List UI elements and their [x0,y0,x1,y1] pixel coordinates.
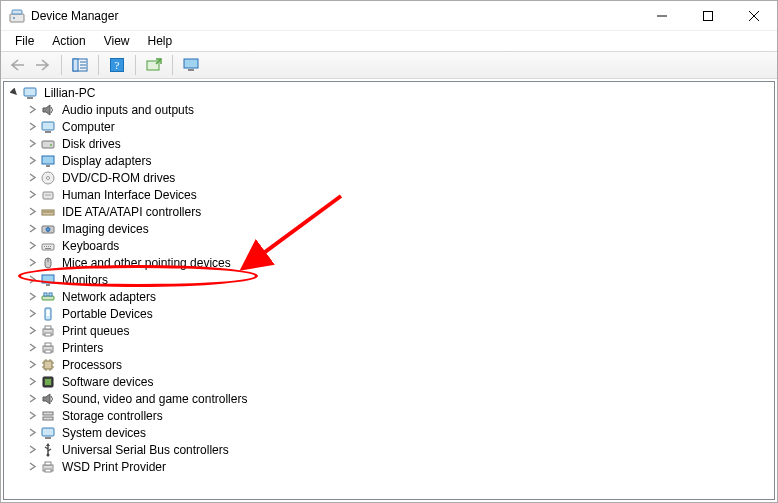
wsd-icon [40,459,56,475]
expand-collapse-icon[interactable] [26,325,38,337]
minimize-button[interactable] [639,1,685,31]
expand-collapse-icon[interactable] [26,444,38,456]
expand-collapse-icon[interactable] [26,376,38,388]
svg-rect-18 [27,97,33,99]
show-hide-tree-button[interactable] [68,54,92,76]
expand-collapse-icon[interactable] [26,172,38,184]
tree-item[interactable]: Audio inputs and outputs [4,101,774,118]
expand-collapse-icon[interactable] [26,291,38,303]
usb-icon [40,442,56,458]
monitor-icon-button[interactable] [179,54,203,76]
expand-collapse-icon[interactable] [26,189,38,201]
expand-collapse-icon[interactable] [26,393,38,405]
expand-collapse-icon[interactable] [26,359,38,371]
expand-collapse-icon[interactable] [26,274,38,286]
tree-item-label: Imaging devices [60,222,151,236]
svg-rect-40 [45,248,51,249]
tree-item[interactable]: Human Interface Devices [4,186,774,203]
expand-collapse-icon[interactable] [26,121,38,133]
expand-collapse-icon[interactable] [26,461,38,473]
expand-collapse-icon[interactable] [8,87,20,99]
menubar: File Action View Help [1,31,777,51]
svg-rect-20 [45,131,51,133]
tree-item-label: DVD/CD-ROM drives [60,171,177,185]
back-button[interactable] [5,54,29,76]
dvd-icon [40,170,56,186]
svg-rect-51 [45,326,51,329]
tree-item-label: IDE ATA/ATAPI controllers [60,205,203,219]
tree-item[interactable]: Storage controllers [4,407,774,424]
software-icon [40,374,56,390]
tree-item[interactable]: System devices [4,424,774,441]
maximize-button[interactable] [685,1,731,31]
menu-help[interactable]: Help [140,33,181,49]
printq-icon [40,323,56,339]
expand-collapse-icon[interactable] [26,410,38,422]
display-icon [40,153,56,169]
tree-item[interactable]: Portable Devices [4,305,774,322]
expand-collapse-icon[interactable] [26,223,38,235]
audio-icon [40,102,56,118]
tree-root[interactable]: Lillian-PC [4,84,774,101]
printer-icon [40,340,56,356]
menu-action[interactable]: Action [44,33,93,49]
hid-icon [40,187,56,203]
svg-rect-23 [42,156,54,164]
tree-item[interactable]: Processors [4,356,774,373]
menu-file[interactable]: File [7,33,42,49]
svg-point-30 [49,194,50,195]
tree-item[interactable]: Print queues [4,322,774,339]
computer-icon [22,85,38,101]
expand-collapse-icon[interactable] [26,104,38,116]
tree-item[interactable]: Imaging devices [4,220,774,237]
expand-collapse-icon[interactable] [26,155,38,167]
tree-item-label: Universal Serial Bus controllers [60,443,231,457]
tree-item[interactable]: Sound, video and game controllers [4,390,774,407]
toolbar-separator [61,55,62,75]
svg-rect-24 [46,165,50,167]
tree-item[interactable]: WSD Print Provider [4,458,774,475]
help-button[interactable]: ? [105,54,129,76]
expand-collapse-icon[interactable] [26,257,38,269]
expand-collapse-icon[interactable] [26,308,38,320]
expand-collapse-icon[interactable] [26,206,38,218]
svg-rect-44 [46,284,50,286]
tree-item[interactable]: Keyboards [4,237,774,254]
tree-item[interactable]: Monitors [4,271,774,288]
tree-item[interactable]: Network adapters [4,288,774,305]
tree-item[interactable]: Display adapters [4,152,774,169]
forward-button[interactable] [31,54,55,76]
close-button[interactable] [731,1,777,31]
sound-icon [40,391,56,407]
svg-rect-49 [47,310,50,316]
tree-item-label: Monitors [60,273,110,287]
expand-collapse-icon[interactable] [26,427,38,439]
tree-item[interactable]: Computer [4,118,774,135]
tree-item[interactable]: DVD/CD-ROM drives [4,169,774,186]
scan-hardware-button[interactable] [142,54,166,76]
menu-view[interactable]: View [96,33,138,49]
tree-item[interactable]: Mice and other pointing devices [4,254,774,271]
monitor-icon [40,272,56,288]
tree-item-label: Display adapters [60,154,153,168]
tree-item[interactable]: Printers [4,339,774,356]
expand-collapse-icon[interactable] [26,138,38,150]
svg-rect-21 [42,141,54,148]
tree-item[interactable]: Disk drives [4,135,774,152]
tree-item[interactable]: Universal Serial Bus controllers [4,441,774,458]
expand-collapse-icon[interactable] [26,240,38,252]
tree-item[interactable]: IDE ATA/ATAPI controllers [4,203,774,220]
app-icon [9,8,25,24]
svg-rect-54 [45,343,51,346]
device-tree-pane[interactable]: Lillian-PCAudio inputs and outputsComput… [3,81,775,500]
tree-item-label: Disk drives [60,137,123,151]
tree-item[interactable]: Software devices [4,373,774,390]
tree-item-label: WSD Print Provider [60,460,168,474]
expand-collapse-icon[interactable] [26,342,38,354]
svg-rect-52 [45,333,51,336]
tree-item-label: Mice and other pointing devices [60,256,233,270]
network-icon [40,289,56,305]
tree-item-label: Software devices [60,375,155,389]
tree-item-label: Sound, video and game controllers [60,392,249,406]
svg-point-34 [46,227,50,231]
